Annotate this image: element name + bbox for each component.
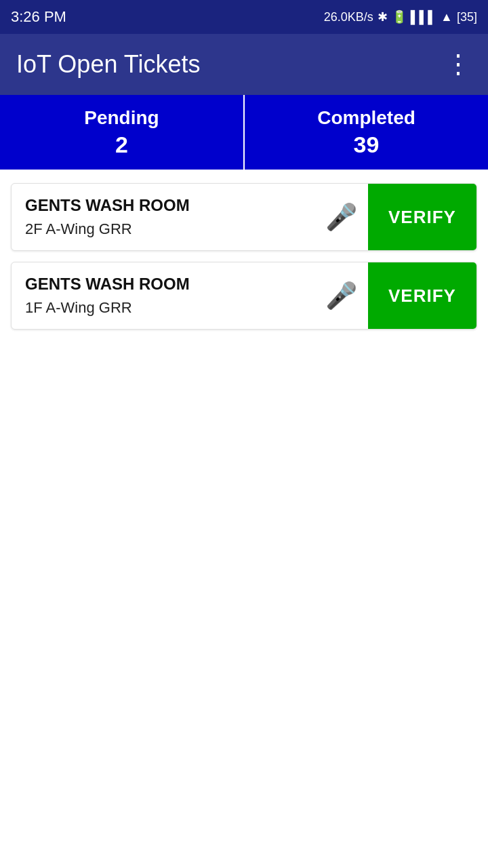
verify-label: VERIFY xyxy=(388,285,456,307)
wifi-icon: ▲ xyxy=(441,10,453,24)
ticket-name: GENTS WASH ROOM xyxy=(25,196,304,215)
ticket-list: GENTS WASH ROOM 2F A-Wing GRR 🎤 VERIFY G… xyxy=(0,170,488,343)
bluetooth-icon: ✱ xyxy=(378,9,388,24)
ticket-location: 1F A-Wing GRR xyxy=(25,299,304,317)
verify-label: VERIFY xyxy=(388,207,456,228)
tab-row: Pending 2 Completed 39 xyxy=(0,95,488,170)
ticket-mic-button[interactable]: 🎤 xyxy=(314,262,368,329)
tab-pending[interactable]: Pending 2 xyxy=(0,95,243,170)
ticket-location: 2F A-Wing GRR xyxy=(25,220,304,238)
ticket-mic-button[interactable]: 🎤 xyxy=(314,184,368,250)
microphone-icon: 🎤 xyxy=(325,202,357,232)
status-icons: 26.0KB/s ✱ 🔋 ▌▌▌ ▲ [35] xyxy=(324,9,477,24)
ticket-info: GENTS WASH ROOM 2F A-Wing GRR xyxy=(12,184,314,250)
tab-completed-count: 39 xyxy=(354,132,380,158)
ticket-name: GENTS WASH ROOM xyxy=(25,275,304,294)
microphone-icon: 🎤 xyxy=(325,281,357,311)
verify-button[interactable]: VERIFY xyxy=(368,184,476,250)
battery-icon: 🔋 xyxy=(392,9,407,24)
status-time: 3:26 PM xyxy=(11,8,66,26)
tab-pending-count: 2 xyxy=(115,132,128,158)
signal-icon: ▌▌▌ xyxy=(411,10,436,24)
battery-level: [35] xyxy=(457,10,477,24)
network-speed: 26.0KB/s xyxy=(324,10,373,24)
status-bar: 3:26 PM 26.0KB/s ✱ 🔋 ▌▌▌ ▲ [35] xyxy=(0,0,488,34)
ticket-info: GENTS WASH ROOM 1F A-Wing GRR xyxy=(12,262,314,329)
verify-button[interactable]: VERIFY xyxy=(368,262,476,329)
app-title: IoT Open Tickets xyxy=(16,50,200,79)
ticket-card: GENTS WASH ROOM 2F A-Wing GRR 🎤 VERIFY xyxy=(11,183,477,251)
ticket-card: GENTS WASH ROOM 1F A-Wing GRR 🎤 VERIFY xyxy=(11,262,477,330)
menu-button[interactable]: ⋮ xyxy=(445,50,472,79)
tab-pending-label: Pending xyxy=(84,107,159,129)
tab-completed-label: Completed xyxy=(317,107,415,129)
app-bar: IoT Open Tickets ⋮ xyxy=(0,34,488,95)
tab-completed[interactable]: Completed 39 xyxy=(245,95,488,170)
